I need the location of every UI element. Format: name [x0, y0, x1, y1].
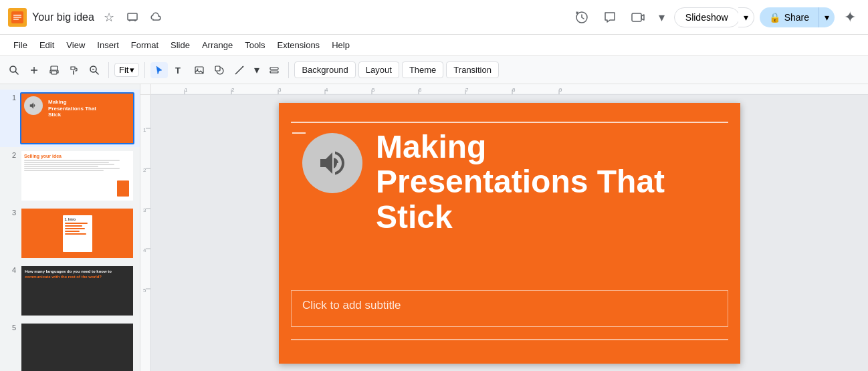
svg-rect-2 [13, 17, 21, 18]
print-button[interactable] [45, 62, 63, 78]
subtitle-placeholder: Click to add subtitle [302, 299, 401, 312]
svg-text:4: 4 [143, 247, 146, 253]
zoom-search-button[interactable] [86, 62, 103, 78]
line-dropdown-button[interactable]: ▾ [251, 61, 263, 79]
svg-text:4: 4 [325, 87, 328, 93]
ruler-corner [140, 84, 151, 95]
svg-rect-3 [13, 19, 19, 20]
svg-text:6: 6 [419, 87, 422, 93]
thumb-1-title: MakingPresentations ThatStick [45, 96, 130, 121]
slide-number-5: 5 [5, 324, 16, 332]
theme-button[interactable]: Theme [402, 61, 443, 78]
menu-help[interactable]: Help [326, 37, 355, 53]
svg-text:T: T [175, 66, 181, 76]
menu-extensions[interactable]: Extensions [272, 37, 326, 53]
svg-text:5: 5 [143, 287, 146, 293]
lock-icon: 🔒 [769, 12, 780, 23]
svg-rect-4 [128, 13, 137, 20]
move-to-drive-button[interactable] [122, 9, 142, 26]
slide-canvas[interactable]: Making Presentations That Stick Click to… [279, 103, 740, 364]
text-tool-button[interactable]: T [171, 62, 188, 78]
menu-tools[interactable]: Tools [239, 37, 270, 53]
slide-item-5[interactable]: 5 [0, 320, 140, 371]
slide-item-4[interactable]: 4 How many languages do you need to know… [0, 262, 140, 320]
menu-view[interactable]: View [61, 37, 90, 53]
camera-dropdown-button[interactable]: ▾ [655, 7, 669, 27]
background-button[interactable]: Background [294, 61, 355, 78]
history-button[interactable] [570, 7, 593, 27]
line-tool-button[interactable] [231, 62, 248, 78]
slide-thumb-3: 1. Intro [20, 207, 134, 259]
slide-top-decoration-line [291, 122, 728, 123]
toolbar: Fit ▾ T ▾ Background Layout Theme Transi… [0, 56, 868, 84]
canvas-area: 1 2 3 4 5 6 7 8 9 [140, 84, 868, 371]
svg-line-8 [15, 72, 18, 74]
zoom-dropdown-icon: ▾ [130, 65, 134, 75]
svg-text:1: 1 [185, 87, 188, 93]
subtitle-box[interactable]: Click to add subtitle [291, 290, 728, 327]
gemini-button[interactable]: ✦ [840, 6, 860, 29]
select-tool-button[interactable] [150, 62, 168, 78]
menu-file[interactable]: File [8, 37, 33, 53]
slideshow-button[interactable]: Slideshow [674, 7, 740, 27]
slide-canvas-scroll[interactable]: Making Presentations That Stick Click to… [151, 95, 868, 371]
ruler-container: 1 2 3 4 5 6 7 8 9 [140, 84, 868, 95]
thumb-speaker-icon [24, 96, 43, 115]
paint-format-button[interactable] [66, 62, 83, 78]
image-tool-button[interactable] [191, 62, 208, 78]
svg-text:3: 3 [278, 87, 282, 93]
main-content: 1 MakingPresentations ThatStick 2 Sellin… [0, 84, 868, 371]
slideshow-dropdown-button[interactable]: ▾ [738, 7, 754, 27]
slideshow-group: Slideshow ▾ [674, 7, 754, 27]
title-action-icons: ☆ [100, 7, 167, 27]
svg-text:5: 5 [372, 87, 375, 93]
svg-rect-11 [51, 66, 58, 70]
document-title[interactable]: Your big idea [32, 11, 94, 23]
svg-text:7: 7 [465, 87, 469, 93]
slide-item-1[interactable]: 1 MakingPresentations ThatStick [0, 90, 140, 147]
shapes-tool-button[interactable] [211, 62, 228, 78]
title-section: Your big idea ☆ [8, 7, 167, 27]
svg-rect-1 [13, 15, 21, 16]
slide-thumb-1: MakingPresentations ThatStick [20, 92, 134, 144]
layout-button[interactable]: Layout [358, 61, 399, 78]
cloud-save-button[interactable] [146, 9, 167, 26]
zoom-in-button[interactable] [25, 62, 43, 78]
slide-main-title[interactable]: Making Presentations That Stick [376, 130, 728, 235]
svg-point-19 [197, 68, 199, 70]
align-tool-button[interactable] [265, 62, 283, 78]
search-toolbar-button[interactable] [5, 62, 23, 78]
menu-insert[interactable]: Insert [92, 37, 124, 53]
slide-number-2: 2 [5, 151, 16, 159]
slide-number-1: 1 [5, 94, 16, 102]
share-dropdown-button[interactable]: ▾ [819, 7, 835, 27]
star-button[interactable]: ☆ [100, 7, 118, 27]
svg-text:8: 8 [512, 87, 516, 93]
transition-button[interactable]: Transition [446, 61, 499, 78]
svg-text:3: 3 [143, 207, 146, 213]
svg-rect-24 [270, 68, 278, 70]
slide-thumb-2: Selling your idea [20, 150, 134, 202]
menu-arrange[interactable]: Arrange [197, 37, 238, 53]
share-button[interactable]: 🔒 Share [760, 7, 819, 27]
slide-number-3: 3 [5, 209, 16, 217]
svg-rect-12 [51, 71, 57, 74]
horizontal-ruler: 1 2 3 4 5 6 7 8 9 [151, 84, 868, 95]
zoom-control[interactable]: Fit ▾ [114, 63, 139, 77]
toolbar-divider-1 [108, 62, 109, 78]
share-group: 🔒 Share ▾ [760, 7, 835, 27]
slide-item-2[interactable]: 2 Selling your idea [0, 147, 140, 205]
camera-button[interactable] [627, 7, 649, 27]
slide-item-3[interactable]: 3 1. Intro [0, 205, 140, 262]
toolbar-divider-2 [144, 62, 145, 78]
svg-text:2: 2 [231, 87, 235, 93]
slide-number-4: 4 [5, 266, 16, 274]
menu-slide[interactable]: Slide [165, 37, 195, 53]
title-line-1: Making [376, 129, 486, 164]
menu-edit[interactable]: Edit [34, 37, 60, 53]
svg-text:1: 1 [143, 127, 146, 133]
svg-line-22 [235, 66, 243, 74]
title-line-2: Presentations That [376, 164, 665, 199]
comments-button[interactable] [599, 7, 621, 27]
menu-format[interactable]: Format [126, 37, 164, 53]
